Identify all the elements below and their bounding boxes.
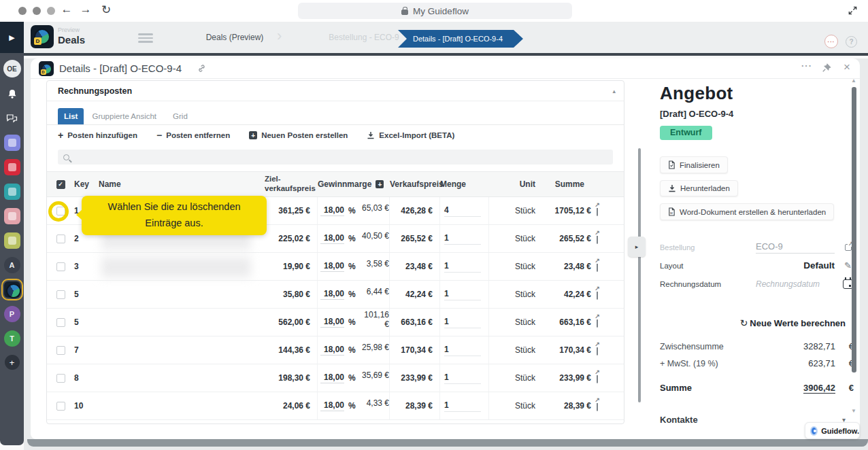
select-all-checkbox[interactable]: ✓ xyxy=(56,180,65,189)
row-checkbox[interactable] xyxy=(56,402,65,411)
reload-icon[interactable]: ↻ xyxy=(98,3,114,17)
col-unit[interactable]: Unit xyxy=(489,179,542,189)
back-icon[interactable]: ← xyxy=(59,3,75,16)
breadcrumb-details-active[interactable]: Details - [Draft] O-ECO-9-4 xyxy=(398,30,523,48)
feedback-icon[interactable]: ··· xyxy=(824,35,838,48)
excel-import-button[interactable]: Excel-Import (BETA) xyxy=(367,131,454,139)
app-icon[interactable]: A xyxy=(4,257,20,273)
app-icon[interactable] xyxy=(4,281,20,298)
breadcrumb-deals[interactable]: Deals (Preview) xyxy=(180,33,289,42)
col-zielverkaufspreis[interactable]: Ziel-verkaufspreis xyxy=(265,175,318,194)
quantity-input[interactable]: 1 xyxy=(444,373,481,384)
margin-percent-input[interactable]: 18,00 xyxy=(320,373,344,383)
guideflow-badge[interactable]: Guideflow. xyxy=(805,422,860,439)
scroll-up-icon[interactable]: ▲ xyxy=(851,77,856,84)
download-button[interactable]: Herunterladen xyxy=(660,180,738,196)
address-bar[interactable]: My Guideflow xyxy=(298,3,572,19)
col-key[interactable]: Key xyxy=(74,179,99,189)
view-tab[interactable]: List xyxy=(58,108,84,124)
add-item-button[interactable]: +Posten hinzufügen xyxy=(58,130,137,141)
open-item-icon[interactable] xyxy=(597,290,624,299)
quantity-input[interactable]: 4 xyxy=(444,205,481,217)
pin-icon[interactable] xyxy=(822,63,831,73)
margin-percent-input[interactable]: 18,00 xyxy=(320,317,344,328)
app-icon[interactable]: P xyxy=(4,306,20,322)
link-icon[interactable] xyxy=(197,64,206,73)
remove-item-button[interactable]: −Posten entfernen xyxy=(156,130,230,141)
rechnungsdatum-input[interactable]: Rechnungsdatum xyxy=(756,279,835,289)
avatar[interactable]: OE xyxy=(3,60,21,77)
col-name[interactable]: Name xyxy=(99,179,265,189)
add-app-button[interactable]: + xyxy=(5,355,20,370)
finalize-button[interactable]: Finalisieren xyxy=(660,156,728,173)
rechnungsdatum-label: Rechnungsdatum xyxy=(660,280,721,288)
row-checkbox[interactable] xyxy=(56,374,65,383)
traffic-light-zoom[interactable] xyxy=(47,7,55,15)
margin-percent-input[interactable]: 18,00 xyxy=(320,289,344,300)
quantity-input[interactable]: 1 xyxy=(444,400,481,412)
forward-icon[interactable]: → xyxy=(78,3,94,16)
quantity-input[interactable]: 1 xyxy=(444,317,481,328)
app-logo[interactable]: D xyxy=(31,25,54,48)
bell-icon[interactable] xyxy=(4,86,20,102)
app-icon[interactable] xyxy=(4,159,20,175)
margin-percent-input[interactable]: 18,00 xyxy=(320,345,344,356)
open-item-icon[interactable] xyxy=(597,206,624,215)
col-summe[interactable]: Summe xyxy=(542,179,597,189)
margin-percent-input[interactable]: 18,00 xyxy=(320,400,344,411)
recalculate-button[interactable]: ↻Neue Werte berechnen xyxy=(653,317,854,328)
quantity-input[interactable]: 1 xyxy=(444,289,481,300)
fullscreen-icon[interactable] xyxy=(848,5,858,16)
table-row: 8 198,30 € 18,00 % 35,69 € 233,99 € 1 St… xyxy=(47,364,624,392)
collapse-panel-toggle[interactable]: ▸ xyxy=(628,237,646,257)
bestellung-value[interactable]: ECO-9 xyxy=(756,241,835,254)
open-item-icon[interactable] xyxy=(597,345,624,355)
bestellung-label: Bestellung xyxy=(660,243,695,252)
view-tab[interactable]: Grid xyxy=(165,108,196,124)
more-options-icon[interactable]: ··· xyxy=(801,60,812,71)
quantity-input[interactable]: 1 xyxy=(444,233,481,245)
search-input[interactable] xyxy=(58,150,613,165)
row-checkbox[interactable] xyxy=(56,318,65,327)
rail-play-button[interactable]: ▶ xyxy=(0,22,24,53)
margin-percent-input[interactable]: 18,00 xyxy=(320,233,344,244)
total-value[interactable]: 3906,42 xyxy=(803,383,835,394)
quantity-input[interactable]: 1 xyxy=(444,345,481,356)
row-checkbox[interactable] xyxy=(56,290,65,299)
create-item-button[interactable]: +Neuen Posten erstellen xyxy=(249,131,348,139)
open-item-icon[interactable] xyxy=(597,317,624,327)
col-gewinnmarge[interactable]: Gewinnmarge+ xyxy=(318,179,390,189)
open-item-icon[interactable] xyxy=(597,373,624,383)
chat-icon[interactable] xyxy=(4,110,20,126)
row-verkaufspreis: 23,48 € xyxy=(390,253,440,280)
row-checkbox[interactable] xyxy=(56,346,65,355)
app-icon[interactable] xyxy=(4,208,20,224)
open-item-icon[interactable] xyxy=(597,234,624,243)
layout-value[interactable]: Default xyxy=(756,260,835,271)
traffic-light-close[interactable] xyxy=(18,7,27,15)
traffic-light-minimize[interactable] xyxy=(33,7,41,15)
app-icon[interactable] xyxy=(4,232,20,249)
app-icon[interactable] xyxy=(4,135,20,151)
scrollbar-thumb[interactable] xyxy=(852,87,856,373)
view-tab[interactable]: Gruppierte Ansicht xyxy=(84,108,165,124)
margin-percent-input[interactable]: 18,00 xyxy=(320,261,344,272)
help-icon[interactable]: ? xyxy=(846,36,857,48)
quantity-input[interactable]: 1 xyxy=(444,261,481,273)
app-icon[interactable] xyxy=(4,184,20,200)
row-checkbox[interactable] xyxy=(56,262,65,271)
close-icon[interactable]: × xyxy=(844,60,850,74)
col-menge[interactable]: Menge xyxy=(440,179,489,189)
col-verkaufspreis[interactable]: Verkaufspreis xyxy=(390,179,440,189)
scroll-down-icon[interactable]: ▼ xyxy=(851,408,856,414)
app-icon[interactable]: T xyxy=(4,330,20,347)
word-export-button[interactable]: w Word-Dokument erstellen & herunterlade… xyxy=(660,203,834,220)
row-checkbox[interactable] xyxy=(56,235,65,243)
menu-icon[interactable] xyxy=(138,33,153,43)
open-item-icon[interactable] xyxy=(597,262,624,271)
collapse-icon[interactable]: ▴ xyxy=(612,88,616,94)
panel-divider[interactable] xyxy=(638,148,641,402)
expand-column-icon[interactable]: + xyxy=(375,180,384,188)
margin-percent-input[interactable]: 18,00 xyxy=(320,205,344,216)
open-item-icon[interactable] xyxy=(597,401,624,411)
